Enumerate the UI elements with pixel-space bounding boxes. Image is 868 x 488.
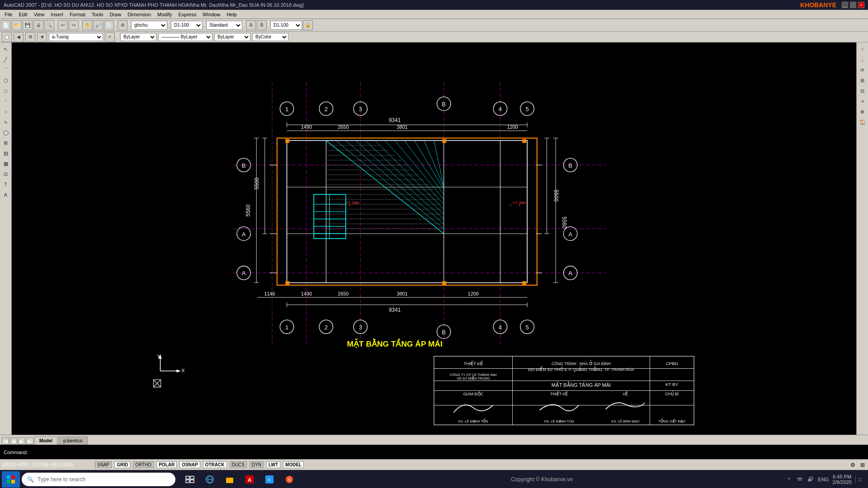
taskbar-autocad[interactable]: A — [241, 471, 259, 488]
polar-btn[interactable]: POLAR — [156, 461, 177, 468]
print-btn[interactable]: 🖨 — [33, 20, 43, 30]
scale-dropdown1[interactable]: D1-100 — [171, 21, 203, 30]
right-tool-2[interactable]: ↓ — [858, 55, 868, 65]
right-tool-5[interactable]: ⊟ — [858, 86, 868, 96]
tool-a[interactable]: A — [246, 20, 256, 30]
menu-express[interactable]: Express — [175, 11, 199, 18]
model-btn[interactable]: MODEL — [283, 461, 304, 468]
new-btn[interactable]: 📄 — [1, 20, 11, 30]
zoom-btn[interactable]: 🔎 — [93, 20, 103, 30]
taskbar-explorer[interactable] — [221, 471, 239, 488]
menu-insert[interactable]: Insert — [48, 11, 66, 18]
tray-icon-1[interactable]: ⚙ — [849, 461, 856, 469]
menu-draw[interactable]: Draw — [107, 11, 124, 18]
layer-prop-btn[interactable]: ⚙ — [25, 32, 35, 42]
otrack-btn[interactable]: OTRACK — [203, 461, 227, 468]
close-btn[interactable]: × — [858, 2, 864, 8]
right-tool-7[interactable]: ⊕ — [858, 107, 868, 117]
right-tool-6[interactable]: ⌖ — [858, 96, 868, 106]
maximize-btn[interactable]: □ — [850, 2, 856, 8]
snap-btn[interactable]: SNAP — [95, 461, 112, 468]
save-btn[interactable]: 💾 — [23, 20, 33, 30]
tool-line[interactable]: ╱ — [1, 55, 11, 65]
lineweight-dropdown[interactable]: ByLayer — [214, 33, 250, 41]
menu-dimension[interactable]: Dimension — [125, 11, 154, 18]
tool-hatch[interactable]: ▤ — [1, 148, 11, 158]
menu-tools[interactable]: Tools — [89, 11, 106, 18]
zoom-win-btn[interactable]: ⬜ — [104, 20, 114, 30]
menu-edit[interactable]: Edit — [16, 11, 30, 18]
layer-dropdown[interactable]: a-Tuong — [49, 33, 103, 41]
layer-prev-btn[interactable]: ◀ — [14, 32, 24, 42]
scale-dropdown2[interactable]: D1-100 — [270, 21, 302, 30]
scale-lock-btn[interactable]: 🔒 — [303, 20, 313, 30]
color-dropdown[interactable]: ByLayer — [120, 33, 156, 41]
tray-chevron[interactable]: ^ — [785, 476, 793, 483]
window-controls[interactable]: _ □ × — [842, 2, 864, 8]
taskbar-browser[interactable] — [201, 471, 219, 488]
show-desktop[interactable]: □ — [855, 476, 863, 483]
tool-circle[interactable]: ○ — [1, 107, 11, 117]
minimize-btn[interactable]: _ — [842, 2, 848, 8]
right-tool-3[interactable]: ⟳ — [858, 65, 868, 75]
clock[interactable]: 6:45 PM 2/9/2020 — [832, 474, 852, 485]
right-tool-1[interactable]: ↑ — [858, 44, 868, 54]
menu-file[interactable]: File — [2, 11, 15, 18]
undo-btn[interactable]: ↩ — [58, 20, 68, 30]
ortho-btn[interactable]: ORTHO — [133, 461, 154, 468]
tab-layout[interactable]: p.kientruc — [58, 436, 88, 445]
menu-help[interactable]: Help — [224, 11, 240, 18]
grid-btn[interactable]: GRID — [114, 461, 130, 468]
tab-next[interactable]: ▶ — [18, 437, 25, 445]
tool-arc[interactable]: ◜ — [1, 96, 11, 106]
osnap-btn[interactable]: OSNAP — [179, 461, 200, 468]
menu-modify[interactable]: Modify — [155, 11, 175, 18]
taskbar-app-6[interactable]: S — [280, 471, 298, 488]
tool-rect[interactable]: □ — [1, 86, 11, 96]
right-tool-8[interactable]: 🏠 — [858, 117, 868, 127]
tool-b[interactable]: B — [257, 20, 267, 30]
menu-format[interactable]: Format — [67, 11, 88, 18]
start-button[interactable] — [2, 471, 20, 488]
tool-polyline[interactable]: ⌒ — [1, 65, 11, 75]
tool-gradient[interactable]: ▦ — [1, 159, 11, 169]
layer-manager-btn[interactable]: 📋 — [2, 32, 12, 42]
canvas-area[interactable]: 5500 5560 5500 5560 9341 — [12, 42, 856, 435]
lwt-btn[interactable]: LWT — [266, 461, 280, 468]
tool-spline[interactable]: ∿ — [1, 117, 11, 127]
tray-icon-2[interactable]: ⊞ — [859, 461, 866, 469]
tray-sound[interactable]: 🔊 — [807, 476, 814, 483]
menu-window[interactable]: Window — [200, 11, 223, 18]
tool-text[interactable]: T — [1, 179, 11, 189]
command-input[interactable] — [30, 450, 75, 455]
redo-btn[interactable]: ↪ — [69, 20, 79, 30]
tool-insert[interactable]: ⊞ — [1, 138, 11, 148]
taskbar-task-view[interactable] — [181, 471, 199, 488]
linetype-dropdown[interactable]: ———— ByLayer — [158, 33, 212, 41]
layer-state-btn[interactable]: ★ — [37, 32, 47, 42]
tool-polygon[interactable]: ⬡ — [1, 75, 11, 85]
style-dropdown[interactable]: ghichu — [131, 21, 167, 30]
tab-first[interactable]: |◀ — [2, 437, 9, 445]
tool-region[interactable]: ⊡ — [1, 169, 11, 179]
plotstyle-dropdown[interactable]: ByColor — [252, 33, 288, 41]
open-btn[interactable]: 📂 — [12, 20, 22, 30]
menu-view[interactable]: View — [31, 11, 47, 18]
standard-dropdown[interactable]: Standard — [206, 21, 242, 30]
tab-last[interactable]: ▶| — [26, 437, 33, 445]
zoom-pan-btn[interactable]: ✋ — [82, 20, 92, 30]
command-line[interactable]: Command: — [0, 445, 868, 459]
tool-mtext[interactable]: A — [1, 190, 11, 200]
layer-add-btn[interactable]: + — [105, 32, 115, 42]
taskbar-app-5[interactable]: K — [260, 471, 278, 488]
dyn-btn[interactable]: DYN — [250, 461, 264, 468]
search-bar[interactable]: 🔍 Type here to search — [22, 473, 175, 486]
properties-btn[interactable]: ⚙ — [118, 20, 127, 30]
ducs-btn[interactable]: DUCS — [230, 461, 247, 468]
right-tool-4[interactable]: ⊞ — [858, 75, 868, 85]
preview-btn[interactable]: 🔍 — [44, 20, 54, 30]
tool-ellipse[interactable]: ◯ — [1, 127, 11, 137]
tray-network[interactable] — [796, 476, 803, 483]
language-indicator[interactable]: ENG — [818, 477, 829, 482]
tab-model[interactable]: Model — [34, 436, 57, 445]
